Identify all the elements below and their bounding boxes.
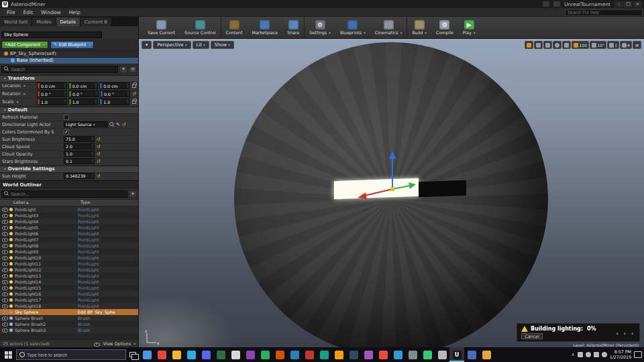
stars-brightness-field[interactable]: 0.1 [64,158,95,164]
taskbar-app[interactable] [464,347,479,362]
outliner-row[interactable]: PointLight9 PointLight [0,249,138,255]
transform-section-header[interactable]: ▾Transform [0,75,138,82]
outliner-row[interactable]: Sphere Brush2 Brush [0,321,138,327]
toolbar-button[interactable]: Marketplace [248,17,283,38]
lit-mode-button[interactable]: Lit▾ [193,41,209,49]
taskbar-app[interactable] [376,347,390,362]
sun-height-field[interactable]: 0.348239 [64,173,95,179]
visibility-eye-icon[interactable] [2,321,8,326]
task-view-button[interactable] [126,347,140,362]
outliner-row[interactable]: Sphere Brush3 Brush [0,327,138,333]
taskbar-app[interactable] [213,347,228,362]
outliner-row[interactable]: PointLight16 PointLight [0,291,138,297]
outliner-row[interactable]: Sky Sphere Edit BP_Sky_Sphe [0,309,138,315]
visibility-eye-icon[interactable] [2,255,8,260]
taskbar-app[interactable] [346,347,361,362]
menu-item[interactable]: Edit [19,9,38,16]
edit-icon[interactable]: ✎ [116,122,120,127]
taskbar-app[interactable] [228,347,243,362]
toolbar-button[interactable]: Content [221,17,248,38]
outliner-row[interactable]: PointLight17 PointLight [0,297,138,303]
visibility-eye-icon[interactable] [2,261,8,266]
cloud-opacity-field[interactable]: 1.0 [64,151,95,157]
z-value-field[interactable]: 0.0 cm [99,82,129,89]
viewport[interactable]: ▾ Perspective▾ Lit▾ Show▾ 100 10° 1 4 ⊞ … [139,39,644,347]
taskbar-app[interactable] [184,347,199,362]
y-value-field[interactable]: 0.0 cm [68,82,99,89]
taskbar-app[interactable] [390,347,405,362]
outliner-row[interactable]: PointLight10 PointLight [0,255,138,261]
cloud-speed-field[interactable]: 2.0 [64,143,95,149]
toolbar-button[interactable]: Blueprints▾ [335,17,370,38]
menu-item[interactable]: Help [65,9,85,16]
visibility-eye-icon[interactable] [2,303,8,308]
camera-speed-icon[interactable]: 4 [620,41,632,49]
column-header-label[interactable]: Label▴ [13,200,80,205]
viewport-options-icon[interactable]: ▾ [142,41,152,49]
outliner-row[interactable]: PointLight PointLight [0,206,138,213]
outliner-row[interactable]: PointLight5 PointLight [0,225,138,231]
outliner-row[interactable]: PointLight13 PointLight [0,273,138,279]
reset-to-default-icon[interactable]: ↺ [97,144,101,149]
visibility-eye-icon[interactable] [2,291,8,296]
toolbar-button[interactable]: Source Control [180,17,220,38]
visibility-eye-icon[interactable] [2,237,8,242]
minimize-button[interactable]: – [614,1,623,7]
taskbar-search-input[interactable] [27,353,123,357]
reset-to-default-icon[interactable]: ↺ [132,91,136,97]
z-value-field[interactable]: 0.0 ° [100,90,130,97]
visibility-eye-icon[interactable] [2,267,8,272]
reset-to-default-icon[interactable]: ↺ [122,122,126,127]
taskbar-app[interactable] [435,347,449,362]
maximize-button[interactable]: □ [624,1,633,7]
taskbar-app[interactable] [317,347,331,362]
outliner-row[interactable]: PointLight12 PointLight [0,267,138,273]
visibility-eye-icon[interactable] [2,231,8,236]
lock-icon[interactable] [132,84,136,88]
taskbar-app[interactable] [361,347,376,362]
component-root-row[interactable]: BP_Sky_Sphere(self) [0,51,138,58]
outliner-row[interactable]: PointLight6 PointLight [0,231,138,237]
visibility-eye-icon[interactable] [2,309,8,314]
panel-tab[interactable]: World Sett [0,17,32,26]
world-space-icon[interactable] [553,41,561,49]
reset-to-default-icon[interactable]: ↺ [97,159,101,164]
default-section-header[interactable]: ▾Default [0,107,138,114]
outliner-row[interactable]: PointLight18 PointLight [0,303,138,309]
taskbar-app[interactable] [420,347,435,362]
move-tool-icon[interactable] [525,41,533,49]
component-base-row[interactable]: Base (Inherited) [0,58,138,64]
outliner-search-input[interactable] [11,192,125,196]
help-search-input[interactable] [565,9,643,16]
tray-expand-icon[interactable]: ∧ [572,352,575,357]
perspective-button[interactable]: Perspective▾ [153,41,191,49]
taskbar-app[interactable] [199,347,213,362]
panel-tab[interactable]: Content B [80,17,112,26]
visibility-eye-icon[interactable] [2,315,8,320]
sun-brightness-field[interactable]: 75.0 [64,136,95,142]
account-icon[interactable] [553,1,560,7]
details-search-input[interactable] [11,67,115,72]
taskbar-search[interactable] [16,349,126,360]
taskbar-clock[interactable]: 8:57 PM1/27/2019 [610,349,631,360]
tray-icon-2[interactable] [586,352,591,357]
rotation-snap-icon[interactable]: 10° [590,41,606,49]
visibility-eye-icon[interactable] [2,297,8,302]
colors-determined-checkbox[interactable]: ✓ [64,129,69,135]
toolbar-button[interactable]: Build▾ [407,17,431,38]
visibility-eye-icon[interactable] [2,213,8,218]
visibility-eye-icon[interactable] [2,225,8,230]
panel-tab[interactable]: Details [56,17,81,26]
taskbar-app[interactable] [243,347,258,362]
reset-to-default-icon[interactable]: ↺ [97,137,101,142]
toolbar-button[interactable]: ⚙ Compile [431,17,458,38]
feedback-icon[interactable] [543,1,549,7]
action-center-icon[interactable] [634,351,642,358]
display-options-icon[interactable]: ≡ [129,66,137,73]
visibility-eye-icon[interactable] [2,327,8,333]
scale-tool-icon[interactable] [543,41,552,49]
visibility-eye-icon[interactable] [2,279,8,284]
lock-icon[interactable] [132,101,136,104]
rotate-tool-icon[interactable] [534,41,543,49]
reset-to-default-icon[interactable]: ↺ [97,174,101,179]
